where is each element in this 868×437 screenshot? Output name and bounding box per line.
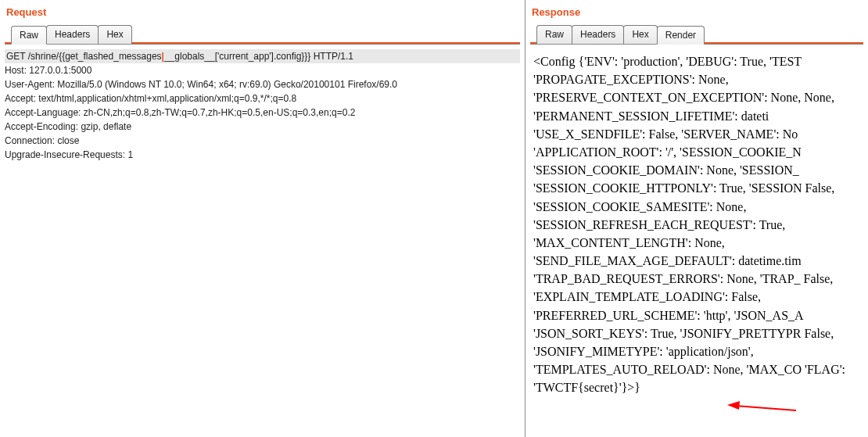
- request-tabs: Raw Headers Hex: [11, 24, 520, 43]
- request-method-path: GET /shrine/{{get_flashed_messages: [6, 51, 162, 62]
- tab-raw[interactable]: Raw: [536, 25, 572, 44]
- request-header-line: User-Agent: Mozilla/5.0 (Windows NT 10.0…: [5, 77, 520, 91]
- response-tabs: Raw Headers Hex Render: [536, 24, 863, 43]
- request-header-line: Accept-Encoding: gzip, deflate: [5, 120, 520, 134]
- request-header-line: Host: 127.0.0.1:5000: [5, 63, 520, 77]
- request-content[interactable]: GET /shrine/{{get_flashed_messages|__glo…: [5, 45, 520, 162]
- annotation-arrow-icon: [727, 399, 798, 415]
- response-body[interactable]: <Config {'ENV': 'production', 'DEBUG': T…: [530, 45, 863, 397]
- tab-headers[interactable]: Headers: [46, 25, 99, 44]
- response-title: Response: [532, 6, 863, 18]
- response-panel: Response Raw Headers Hex Render <Config …: [525, 0, 868, 437]
- request-header-line: Accept: text/html,application/xhtml+xml,…: [5, 91, 520, 106]
- request-title: Request: [6, 6, 520, 18]
- request-header-line: Connection: close: [5, 134, 520, 148]
- tab-hex[interactable]: Hex: [623, 25, 657, 44]
- tab-render[interactable]: Render: [657, 26, 705, 45]
- request-header-line: Upgrade-Insecure-Requests: 1: [5, 148, 520, 162]
- request-path-rest: __globals__['current_app'].config}}} HTT…: [164, 51, 353, 62]
- tab-hex[interactable]: Hex: [98, 25, 131, 44]
- request-panel: Request Raw Headers Hex GET /shrine/{{ge…: [0, 0, 525, 437]
- svg-marker-1: [727, 401, 740, 410]
- tab-headers[interactable]: Headers: [572, 25, 624, 44]
- request-header-line: Accept-Language: zh-CN,zh;q=0.8,zh-TW;q=…: [5, 106, 520, 120]
- tab-raw[interactable]: Raw: [11, 26, 47, 45]
- request-first-line: GET /shrine/{{get_flashed_messages|__glo…: [5, 49, 520, 63]
- svg-line-0: [735, 406, 796, 410]
